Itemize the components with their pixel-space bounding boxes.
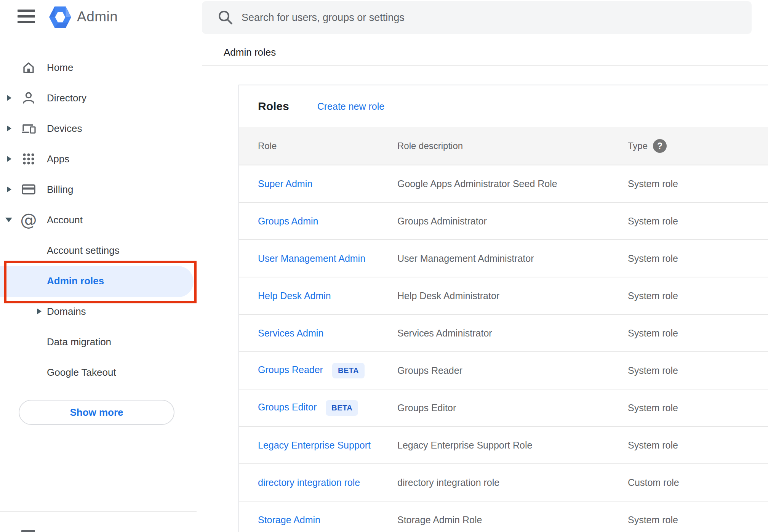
- role-description-cell: Storage Admin Role: [397, 514, 628, 526]
- role-description-cell: Google Apps Administrator Seed Role: [397, 178, 628, 189]
- at-sign-icon: @: [21, 212, 36, 228]
- table-header-row: Role Role description Type ?: [239, 127, 768, 165]
- caret-right-icon[interactable]: [37, 308, 42, 314]
- sidebar-item-data-migration[interactable]: Data migration: [0, 327, 197, 357]
- role-description-cell: Legacy Enterprise Support Role: [397, 440, 628, 451]
- sidebar-item-google-takeout[interactable]: Google Takeout: [0, 357, 197, 388]
- credit-card-icon: [21, 182, 36, 197]
- person-icon: [21, 90, 36, 106]
- breadcrumb: Admin roles: [224, 46, 276, 58]
- table-row: Legacy Enterprise Support Legacy Enterpr…: [239, 427, 768, 464]
- table-row: directory integration role directory int…: [239, 464, 768, 502]
- table-row: Groups Admin Groups Administrator System…: [239, 203, 768, 240]
- caret-right-icon[interactable]: [7, 156, 11, 162]
- apps-grid-icon: [21, 151, 36, 167]
- role-type-cell: System role: [628, 328, 768, 339]
- beta-badge: BETA: [326, 400, 358, 416]
- search-icon: [217, 9, 234, 26]
- role-description-cell: directory integration role: [397, 477, 628, 488]
- role-type-cell: System role: [628, 253, 768, 264]
- sidebar-divider: [0, 511, 197, 512]
- role-link[interactable]: Legacy Enterprise Support: [258, 440, 371, 450]
- home-icon: [21, 60, 36, 75]
- caret-right-icon[interactable]: [7, 186, 11, 192]
- sidebar-item-directory[interactable]: Directory: [0, 83, 197, 113]
- role-type-cell: System role: [628, 402, 768, 413]
- roles-panel: Roles Create new role Role Role descript…: [238, 85, 768, 532]
- role-type-cell: System role: [628, 290, 768, 301]
- sidebar-item-account[interactable]: @ Account: [0, 205, 197, 235]
- role-type-cell: System role: [628, 514, 768, 526]
- panel-title: Roles: [258, 100, 289, 113]
- sidebar-item-admin-roles[interactable]: Admin roles: [0, 266, 197, 296]
- table-row: User Management Admin User Management Ad…: [239, 240, 768, 277]
- sidebar-bottom-icon: [21, 530, 35, 532]
- column-header-description: Role description: [397, 141, 628, 151]
- table-row: Super Admin Google Apps Administrator Se…: [239, 165, 768, 203]
- role-link[interactable]: directory integration role: [258, 477, 360, 488]
- caret-down-icon[interactable]: [5, 218, 12, 222]
- role-type-cell: System role: [628, 178, 768, 189]
- column-header-role: Role: [258, 141, 397, 151]
- role-type-cell: System role: [628, 440, 768, 451]
- sidebar-item-home[interactable]: Home: [0, 52, 197, 83]
- table-row: Services Admin Services Administrator Sy…: [239, 315, 768, 352]
- help-icon[interactable]: ?: [653, 139, 667, 153]
- role-type-cell: System role: [628, 365, 768, 376]
- google-admin-console: Admin Home Directory: [0, 0, 768, 532]
- sidebar-item-devices[interactable]: Devices: [0, 113, 197, 144]
- product-title: Admin: [77, 9, 118, 25]
- table-row: Groups ReaderBETA Groups Reader System r…: [239, 352, 768, 389]
- sidebar-item-billing[interactable]: Billing: [0, 174, 197, 205]
- role-description-cell: Groups Reader: [397, 365, 628, 376]
- role-description-cell: Groups Editor: [397, 402, 628, 413]
- role-link[interactable]: Super Admin: [258, 178, 312, 189]
- role-link[interactable]: Help Desk Admin: [258, 290, 331, 301]
- table-row: Help Desk Admin Help Desk Administrator …: [239, 277, 768, 315]
- role-type-cell: System role: [628, 216, 768, 227]
- role-type-cell: Custom role: [628, 477, 768, 488]
- role-description-cell: Services Administrator: [397, 328, 628, 339]
- devices-icon: [21, 121, 36, 136]
- roles-panel-header: Roles Create new role: [239, 85, 768, 127]
- role-description-cell: Help Desk Administrator: [397, 290, 628, 301]
- search-input[interactable]: [241, 11, 752, 24]
- sidebar-item-account-settings[interactable]: Account settings: [0, 235, 197, 266]
- sidebar-item-domains[interactable]: Domains: [0, 296, 197, 327]
- search-bar[interactable]: [202, 1, 752, 34]
- role-link[interactable]: Storage Admin: [258, 514, 320, 525]
- column-header-type: Type ?: [628, 139, 768, 153]
- role-link[interactable]: Groups Reader: [258, 364, 323, 375]
- show-more-button[interactable]: Show more: [19, 400, 174, 425]
- sidebar-item-apps[interactable]: Apps: [0, 144, 197, 174]
- create-new-role-link[interactable]: Create new role: [317, 101, 384, 112]
- caret-right-icon[interactable]: [7, 125, 11, 131]
- role-link[interactable]: Groups Admin: [258, 216, 318, 226]
- table-row: Groups EditorBETA Groups Editor System r…: [239, 389, 768, 427]
- role-link[interactable]: User Management Admin: [258, 253, 365, 264]
- role-description-cell: User Management Administrator: [397, 253, 628, 264]
- content-divider: [202, 65, 768, 66]
- caret-right-icon[interactable]: [7, 95, 11, 101]
- menu-icon[interactable]: [18, 10, 35, 23]
- role-link[interactable]: Groups Editor: [258, 402, 317, 412]
- admin-hexagon-logo-icon[interactable]: [48, 6, 72, 28]
- table-row: Storage Admin Storage Admin Role System …: [239, 502, 768, 532]
- beta-badge: BETA: [332, 363, 365, 378]
- role-description-cell: Groups Administrator: [397, 216, 628, 227]
- role-link[interactable]: Services Admin: [258, 328, 323, 338]
